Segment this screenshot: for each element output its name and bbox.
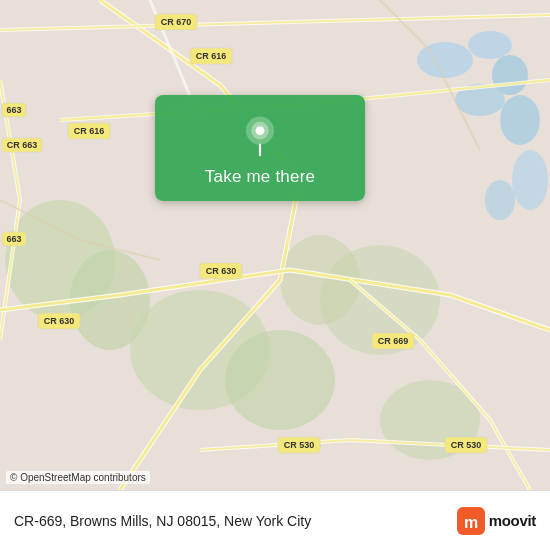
svg-text:CR 630: CR 630 (44, 316, 75, 326)
svg-point-11 (225, 330, 335, 430)
svg-point-5 (500, 95, 540, 145)
svg-text:CR 616: CR 616 (196, 51, 227, 61)
svg-text:CR 530: CR 530 (451, 440, 482, 450)
svg-point-2 (468, 31, 512, 59)
svg-text:663: 663 (6, 234, 21, 244)
svg-text:CR 669: CR 669 (378, 336, 409, 346)
svg-text:CR 530: CR 530 (284, 440, 315, 450)
map-container: CR 670 CR 616 CR 616 663 CR 663 663 CR 6… (0, 0, 550, 490)
svg-point-7 (485, 180, 515, 220)
svg-text:663: 663 (6, 105, 21, 115)
attribution-symbol: © (10, 472, 17, 483)
location-label: CR-669, Browns Mills, NJ 08015, New York… (14, 513, 447, 529)
moovit-logo-icon: m (457, 507, 485, 535)
location-pin-icon (238, 113, 282, 157)
svg-text:CR 670: CR 670 (161, 17, 192, 27)
map-attribution: © OpenStreetMap contributors (6, 471, 150, 484)
location-card[interactable]: Take me there (155, 95, 365, 201)
svg-text:CR 616: CR 616 (74, 126, 105, 136)
svg-point-39 (256, 126, 265, 135)
svg-point-6 (512, 150, 548, 210)
svg-text:m: m (464, 514, 478, 531)
svg-text:CR 630: CR 630 (206, 266, 237, 276)
moovit-text: moovit (489, 512, 536, 529)
svg-text:CR 663: CR 663 (7, 140, 38, 150)
bottom-bar: CR-669, Browns Mills, NJ 08015, New York… (0, 490, 550, 550)
take-me-there-button[interactable]: Take me there (205, 167, 315, 187)
attribution-text: OpenStreetMap contributors (20, 472, 146, 483)
svg-point-1 (417, 42, 473, 78)
map-background: CR 670 CR 616 CR 616 663 CR 663 663 CR 6… (0, 0, 550, 490)
moovit-logo: m moovit (457, 507, 536, 535)
